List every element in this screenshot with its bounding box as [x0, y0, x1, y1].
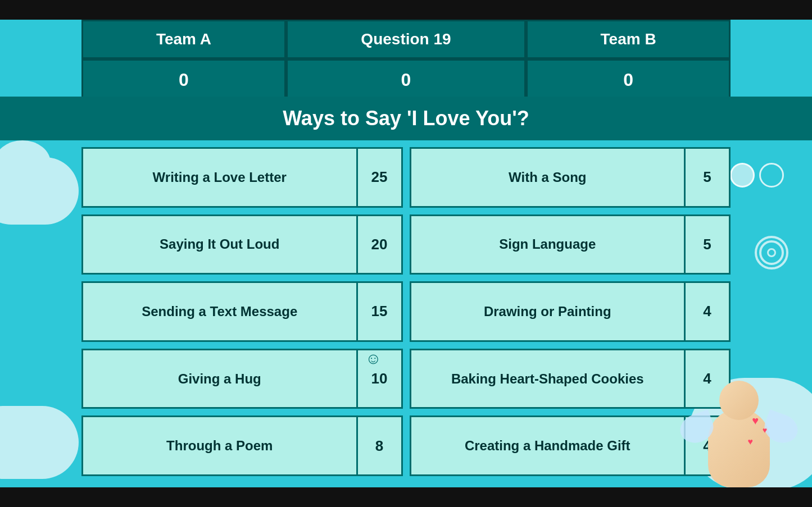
answer-score-5-left[interactable]: 8 [358, 415, 403, 476]
answers-row-2: Saying It Out Loud 20 Sign Language 5 [81, 214, 731, 275]
team-a-score-value: 0 [179, 70, 189, 90]
answer-label-2-left: Saying It Out Loud [160, 236, 279, 252]
answer-right-3[interactable]: Drawing or Painting 4 [410, 281, 731, 342]
heart-decoration-3: ♥ [748, 437, 754, 447]
header-scores-row: 0 0 0 [81, 59, 731, 101]
circle-filled-1 [730, 163, 755, 188]
question-score-value: 0 [401, 70, 411, 90]
answer-score-value-3-right: 4 [703, 303, 711, 320]
question-header: Question 19 [286, 20, 526, 59]
team-a-header: Team A [81, 20, 286, 59]
answer-text-3-right[interactable]: Drawing or Painting [410, 281, 686, 342]
question-label: Question 19 [361, 30, 451, 48]
answer-score-value-3-left: 15 [371, 303, 388, 320]
answer-score-value-1-right: 5 [703, 168, 711, 186]
team-b-score: 0 [526, 59, 731, 101]
answers-row-3: Sending a Text Message 15 Drawing or Pai… [81, 281, 731, 342]
answers-row-1: Writing a Love Letter 25 With a Song 5 [81, 147, 731, 208]
answer-score-value-2-left: 20 [371, 236, 388, 253]
answer-label-5-left: Through a Poem [166, 438, 273, 454]
cupid-character: ♥ ♥ ♥ [683, 358, 795, 487]
answer-score-value-4-left: 10 [371, 370, 388, 387]
answer-text-2-right[interactable]: Sign Language [410, 214, 686, 275]
target-circle [755, 236, 788, 270]
answers-grid: Writing a Love Letter 25 With a Song 5 S… [81, 147, 731, 482]
cupid-wing-left [676, 409, 717, 447]
header: Team A Question 19 Team B 0 0 0 [81, 20, 731, 101]
team-a-score: 0 [81, 59, 286, 101]
answer-label-4-left: Giving a Hug [178, 371, 261, 387]
black-bar-top [0, 0, 812, 20]
answer-label-3-right: Drawing or Painting [484, 304, 611, 319]
answers-row-4: Giving a Hug 10 Baking Heart-Shaped Cook… [81, 349, 731, 409]
answer-right-1[interactable]: With a Song 5 [410, 147, 731, 208]
heart-decoration-1: ♥ [752, 414, 759, 427]
header-top-row: Team A Question 19 Team B [81, 20, 731, 59]
decorative-circles [730, 163, 784, 188]
category-banner: Ways to Say 'I Love You'? [0, 97, 812, 140]
answer-right-2[interactable]: Sign Language 5 [410, 214, 731, 275]
answer-label-4-right: Baking Heart-Shaped Cookies [451, 371, 644, 387]
team-b-score-value: 0 [623, 70, 633, 90]
answer-label-3-left: Sending a Text Message [142, 304, 297, 319]
answers-row-5: Through a Poem 8 Creating a Handmade Gif… [81, 415, 731, 476]
answer-text-5-left[interactable]: Through a Poem [81, 415, 358, 476]
answer-text-1-right[interactable]: With a Song [410, 147, 686, 208]
category-banner-text: Ways to Say 'I Love You'? [283, 107, 529, 130]
answer-score-3-right[interactable]: 4 [686, 281, 731, 342]
answer-score-2-left[interactable]: 20 [358, 214, 403, 275]
smiley-decoration: ☺ [365, 350, 382, 368]
team-b-label: Team B [601, 30, 656, 48]
answer-text-5-right[interactable]: Creating a Handmade Gift [410, 415, 686, 476]
answer-label-5-right: Creating a Handmade Gift [465, 438, 630, 454]
answer-text-3-left[interactable]: Sending a Text Message [81, 281, 358, 342]
team-a-label: Team A [156, 30, 211, 48]
answer-left-3[interactable]: Sending a Text Message 15 [81, 281, 403, 342]
answer-score-1-right[interactable]: 5 [686, 147, 731, 208]
answer-score-value-2-right: 5 [703, 236, 711, 253]
cloud-decoration-bottomleft [0, 406, 79, 479]
answer-left-5[interactable]: Through a Poem 8 [81, 415, 403, 476]
answer-score-3-left[interactable]: 15 [358, 281, 403, 342]
answer-text-4-left[interactable]: Giving a Hug [81, 349, 358, 409]
answer-label-2-right: Sign Language [499, 236, 596, 252]
team-b-header: Team B [526, 20, 731, 59]
answer-text-4-right[interactable]: Baking Heart-Shaped Cookies [410, 349, 686, 409]
answer-label-1-right: With a Song [509, 170, 586, 185]
answer-text-1-left[interactable]: Writing a Love Letter [81, 147, 358, 208]
answer-left-2[interactable]: Saying It Out Loud 20 [81, 214, 403, 275]
answer-text-2-left[interactable]: Saying It Out Loud [81, 214, 358, 275]
answer-score-value-5-left: 8 [375, 437, 383, 455]
question-score: 0 [286, 59, 526, 101]
target-circle-inner [767, 248, 776, 257]
answer-score-2-right[interactable]: 5 [686, 214, 731, 275]
answer-label-1-left: Writing a Love Letter [153, 170, 287, 185]
black-bar-bottom [0, 487, 812, 507]
cloud-decoration-topleft [0, 157, 79, 225]
circle-outline-1 [759, 163, 784, 188]
answer-score-1-left[interactable]: 25 [358, 147, 403, 208]
answer-left-1[interactable]: Writing a Love Letter 25 [81, 147, 403, 208]
cupid-body: ♥ ♥ ♥ [708, 409, 770, 487]
answer-score-value-1-left: 25 [371, 168, 388, 186]
heart-decoration-2: ♥ [763, 426, 767, 435]
answer-left-4[interactable]: Giving a Hug 10 [81, 349, 403, 409]
